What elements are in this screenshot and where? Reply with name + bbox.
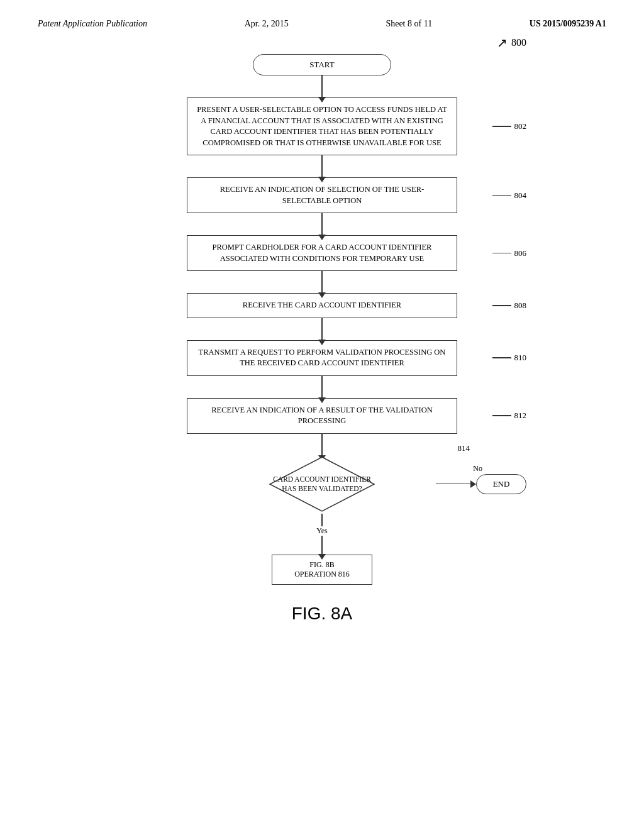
step-812-box: RECEIVE AN INDICATION OF A RESULT OF THE… bbox=[187, 398, 457, 434]
header-left-text: Patent Application Publication bbox=[38, 19, 147, 29]
step-812-label: 812 bbox=[492, 411, 527, 421]
figure-800-label: ↗ 800 bbox=[497, 35, 526, 50]
step-804-row: RECEIVE AN INDICATION OF SELECTION OF TH… bbox=[118, 177, 526, 213]
step-808-row: RECEIVE THE CARD ACCOUNT IDENTIFIER 808 bbox=[118, 293, 526, 318]
header-date: Apr. 2, 2015 bbox=[245, 19, 289, 29]
flowchart: ↗ 800 START PRESENT A USER-SELECTABLE OP… bbox=[38, 54, 606, 624]
yes-section: Yes bbox=[316, 514, 327, 555]
arrow-6 bbox=[321, 376, 323, 398]
step-802-row: PRESENT A USER-SELECTABLE OPTION TO ACCE… bbox=[118, 97, 526, 155]
step-808-label: 808 bbox=[492, 301, 527, 311]
arrow-2 bbox=[321, 155, 323, 177]
header-patent: US 2015/0095239 A1 bbox=[530, 19, 606, 29]
decision-section: CARD ACCOUNT IDENTIFIER HAS BEEN VALIDAT… bbox=[118, 456, 526, 585]
step-802-label: 802 bbox=[492, 121, 527, 131]
step-804-box: RECEIVE AN INDICATION OF SELECTION OF TH… bbox=[187, 177, 457, 213]
no-branch: No END bbox=[436, 474, 526, 494]
continuation-op: OPERATION 816 bbox=[282, 570, 362, 579]
arrow-7 bbox=[321, 434, 323, 456]
patent-page: Patent Application Publication Apr. 2, 2… bbox=[0, 0, 644, 830]
arrow-1 bbox=[321, 75, 323, 97]
start-oval: START bbox=[253, 54, 391, 75]
step-806-row: PROMPT CARDHOLDER FOR A CARD ACCOUNT IDE… bbox=[118, 235, 526, 271]
step-806-box: PROMPT CARDHOLDER FOR A CARD ACCOUNT IDE… bbox=[187, 235, 457, 271]
continuation-row: FIG. 8B OPERATION 816 bbox=[118, 555, 526, 585]
arrow-yes bbox=[321, 536, 323, 555]
step-804-label: 804 bbox=[492, 191, 527, 201]
continuation-box: FIG. 8B OPERATION 816 bbox=[272, 555, 372, 585]
continuation-fig: FIG. 8B bbox=[282, 560, 362, 570]
arrow-5 bbox=[321, 318, 323, 340]
arrow-4 bbox=[321, 271, 323, 293]
figure-caption: FIG. 8A bbox=[292, 604, 352, 624]
step-810-box: TRANSMIT A REQUEST TO PERFORM VALIDATION… bbox=[187, 340, 457, 376]
step-812-row: RECEIVE AN INDICATION OF A RESULT OF THE… bbox=[118, 398, 526, 434]
decision-814-text: CARD ACCOUNT IDENTIFIER HAS BEEN VALIDAT… bbox=[269, 475, 375, 494]
step-814-label: 814 bbox=[458, 443, 470, 453]
page-header: Patent Application Publication Apr. 2, 2… bbox=[38, 19, 606, 29]
step-810-row: TRANSMIT A REQUEST TO PERFORM VALIDATION… bbox=[118, 340, 526, 376]
decision-814-row: CARD ACCOUNT IDENTIFIER HAS BEEN VALIDAT… bbox=[118, 456, 526, 512]
step-802-box: PRESENT A USER-SELECTABLE OPTION TO ACCE… bbox=[187, 97, 457, 155]
no-label: No bbox=[473, 464, 482, 473]
header-sheet: Sheet 8 of 11 bbox=[386, 19, 432, 29]
arrow-3 bbox=[321, 213, 323, 235]
end-oval: END bbox=[476, 474, 526, 494]
decision-814-diamond: CARD ACCOUNT IDENTIFIER HAS BEEN VALIDAT… bbox=[269, 456, 375, 512]
yes-label: Yes bbox=[316, 526, 327, 536]
start-node: START bbox=[118, 54, 526, 75]
step-810-label: 810 bbox=[492, 353, 527, 363]
step-806-label: 806 bbox=[492, 248, 527, 258]
step-808-box: RECEIVE THE CARD ACCOUNT IDENTIFIER bbox=[187, 293, 457, 318]
vert-line-yes bbox=[321, 514, 323, 526]
